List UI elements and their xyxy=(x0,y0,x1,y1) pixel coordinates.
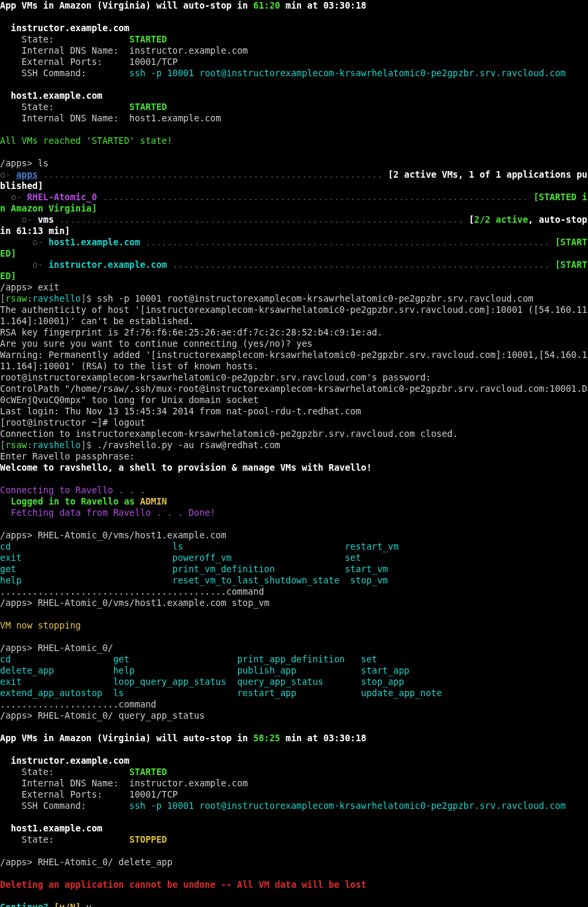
vm-name: host1.example.com xyxy=(11,823,102,833)
cmd: RHEL-Atomic_0/ xyxy=(38,642,113,653)
stopping-msg: VM now stopping xyxy=(0,620,81,631)
state-value: STARTED xyxy=(129,766,167,777)
completion: extend_app_autostop ls restart_app updat… xyxy=(0,688,442,698)
label: External Ports: xyxy=(22,789,103,800)
ssh-output: Last login: Thu Nov 13 15:45:34 2014 fro… xyxy=(0,406,361,416)
prompt: /apps> xyxy=(0,158,38,168)
dns-value: instructor.example.com xyxy=(129,778,248,788)
terminal-output[interactable]: App VMs in Amazon (Virginia) will auto-s… xyxy=(0,0,588,907)
prompt: /apps> xyxy=(0,597,38,608)
user: rsaw xyxy=(5,440,27,450)
vm-name: host1.example.com xyxy=(11,90,102,101)
label: SSH Command: xyxy=(22,68,87,78)
cmd: RHEL-Atomic_0/vms/host1.example.com xyxy=(38,530,226,540)
ports-value: 10001/TCP xyxy=(129,789,178,800)
tree-branch: o- xyxy=(11,192,27,202)
tree-host1: host1.example.com xyxy=(48,237,140,247)
ssh-output: ControlPath "/home/rsaw/.ssh/mux-root@in… xyxy=(0,383,587,405)
completion: exit loop_query_app_status query_app_sta… xyxy=(0,676,404,687)
dotted-hint: ........................................… xyxy=(0,586,264,597)
all-started-msg: All VMs reached 'STARTED' state! xyxy=(0,135,172,146)
connecting-msg: Connecting to Ravello . . . xyxy=(0,485,145,495)
tree-vms: vms xyxy=(38,214,54,225)
completion: delete_app help publish_app start_app xyxy=(0,665,410,676)
prompt: /apps> xyxy=(0,530,38,540)
tree-rhel: RHEL-Atomic_0 xyxy=(27,192,97,202)
label: Internal DNS Name: xyxy=(22,45,119,56)
tree-branch: o- xyxy=(32,237,48,247)
label: Internal DNS Name: xyxy=(22,113,119,123)
ssh-cmd: ssh -p 10001 root@instructorexamplecom-k… xyxy=(97,293,533,304)
vm-name: instructor.example.com xyxy=(11,755,129,766)
welcome-msg: Welcome to ravshello, a shell to provisi… xyxy=(0,462,372,473)
ssh-output: The authenticity of host '[instructorexa… xyxy=(0,304,587,326)
logged-in-msg: Logged in to Ravello as ADMIN xyxy=(11,496,167,507)
cmd: RHEL-Atomic_0/ delete_app xyxy=(38,857,172,867)
tree-instr: instructor.example.com xyxy=(48,259,167,270)
tree-branch: o- xyxy=(32,259,48,270)
ravshello-cmd: ./ravshello.py -au rsaw@redhat.com xyxy=(97,440,280,450)
host: ravshello xyxy=(32,440,81,450)
ssh-output: Warning: Permanently added '[instructore… xyxy=(0,349,587,371)
ssh-output: Connection to instructorexamplecom-krsaw… xyxy=(0,428,458,439)
answer: y xyxy=(81,902,91,907)
label: Internal DNS Name: xyxy=(22,778,119,788)
completion: cd get print_app_definition set xyxy=(0,654,377,664)
fetching-msg: Fetching data from Ravello . . . Done! xyxy=(11,507,215,518)
label: State: xyxy=(22,34,54,44)
ssh-output: Are you sure you want to continue connec… xyxy=(0,338,312,349)
ssh-output: RSA key fingerprint is 2f:76:f6:6e:25:26… xyxy=(0,327,382,337)
prompt: /apps> xyxy=(0,282,38,292)
ssh-value: ssh -p 10001 root@instructorexamplecom-k… xyxy=(129,800,565,811)
state-value: STARTED xyxy=(129,34,167,44)
delete-warning: Deleting an application cannot be undone… xyxy=(0,879,367,890)
completion: cd ls restart_vm xyxy=(0,541,399,552)
continue-prompt: Continue? [y/N] xyxy=(0,902,81,907)
autostop-header: App VMs in Amazon (Virginia) will auto-s… xyxy=(0,733,367,743)
ssh-output: [root@instructor ~]# logout xyxy=(0,417,145,428)
vm-name: instructor.example.com xyxy=(11,23,129,33)
cmd: ls xyxy=(38,158,48,168)
dns-value: host1.example.com xyxy=(129,113,221,123)
label: SSH Command: xyxy=(22,800,87,811)
cmd: RHEL-Atomic_0/vms/host1.example.com stop… xyxy=(38,597,270,608)
state-value: STOPPED xyxy=(129,834,167,845)
prompt: /apps> xyxy=(0,642,38,653)
prompt: /apps> xyxy=(0,857,38,867)
prompt: /apps> xyxy=(0,710,38,721)
completion: exit poweroff_vm set xyxy=(0,552,361,563)
user: rsaw xyxy=(5,293,27,304)
label: State: xyxy=(22,101,54,112)
completion: get print_vm_definition start_vm xyxy=(0,564,388,574)
state-value: STARTED xyxy=(129,101,167,112)
dotted-hint: ......................command xyxy=(0,699,156,709)
completion: help reset_vm_to_last_shutdown_state sto… xyxy=(0,575,388,585)
ssh-value: ssh -p 10001 root@instructorexamplecom-k… xyxy=(129,68,565,78)
label: State: xyxy=(22,834,54,845)
ports-value: 10001/TCP xyxy=(129,56,178,67)
cmd: exit xyxy=(38,282,60,292)
tree-apps: apps xyxy=(16,169,38,180)
cmd: RHEL-Atomic_0/ query_app_status xyxy=(38,710,205,721)
tree-branch: o- xyxy=(22,214,38,225)
ssh-output: root@instructorexamplecom-krsawrhelatomi… xyxy=(0,372,431,383)
dns-value: instructor.example.com xyxy=(129,45,248,56)
autostop-header: App VMs in Amazon (Virginia) will auto-s… xyxy=(0,0,367,11)
passphrase-prompt: Enter Ravello passphrase: xyxy=(0,451,135,461)
label: External Ports: xyxy=(22,56,103,67)
label: State: xyxy=(22,766,54,777)
tree-branch: o- xyxy=(0,169,16,180)
host: ravshello xyxy=(32,293,81,304)
